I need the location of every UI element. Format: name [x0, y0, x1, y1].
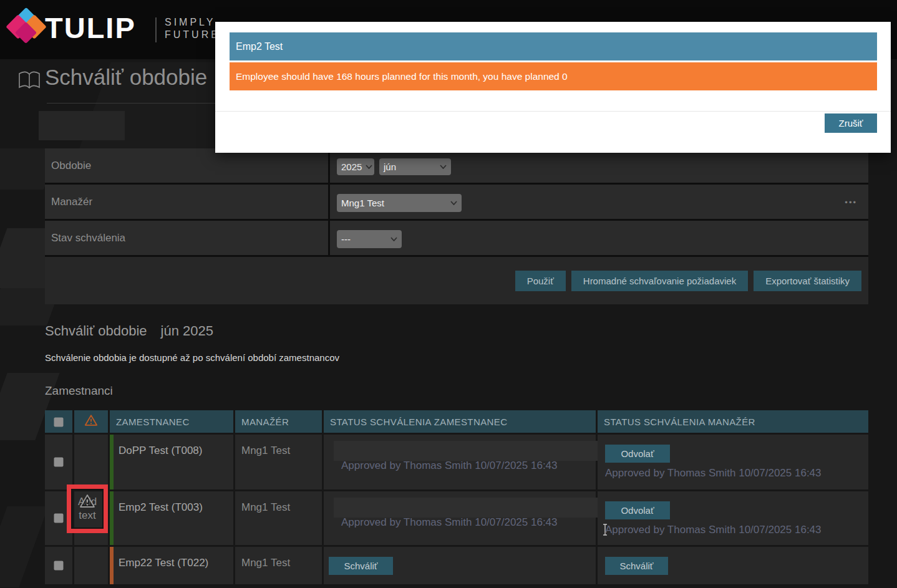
manager-name: Mng1 Test — [241, 445, 290, 457]
header-status-manager-label: STATUS SCHVÁLENIA MANAŽÉR — [604, 417, 755, 427]
row-employee-status-cell: Schváliť — [324, 547, 596, 584]
employees-table: ZAMESTNANEC MANAŽÉR STATUS SCHVÁLENIA ZA… — [45, 410, 868, 584]
status-stripe — [110, 547, 114, 584]
manager-label: Manažér — [51, 196, 92, 208]
approve-button[interactable]: Schváliť — [329, 557, 393, 575]
manager-name: Mng1 Test — [241, 501, 290, 514]
empty-tab[interactable] — [39, 111, 125, 140]
chevron-down-icon — [390, 237, 397, 241]
status-stripe — [110, 435, 114, 489]
tulip-logo-icon — [9, 10, 44, 49]
section-title: Schváliť obdobiejún 2025 — [45, 323, 213, 339]
header-status-employee-label: STATUS SCHVÁLENIA ZAMESTNANEC — [330, 417, 507, 427]
select-all-checkbox[interactable] — [54, 418, 64, 427]
row-checkbox-cell — [45, 547, 72, 584]
row-manager-status-cell: Odvolať Approved by Thomas Smith 10/07/2… — [598, 491, 868, 545]
chevron-down-icon — [440, 165, 447, 169]
filter-row-period: Obdobie 2025 jún — [45, 148, 868, 185]
period-label: Obdobie — [51, 160, 91, 172]
row-warning-cell — [74, 435, 108, 489]
manager-name: Mng1 Test — [241, 557, 290, 569]
status-highlight — [334, 441, 622, 461]
row-manager-status-cell: Odvolať Approved by Thomas Smith 10/07/2… — [598, 435, 868, 489]
revoke-button[interactable]: Odvolať — [605, 445, 670, 463]
more-options-icon[interactable]: ••• — [845, 197, 857, 206]
row-checkbox[interactable] — [54, 561, 64, 571]
chevron-down-icon — [366, 165, 372, 169]
month-select[interactable]: jún — [379, 158, 451, 175]
employee-status-text: Approved by Thomas Smith 10/07/2025 16:4… — [341, 516, 558, 529]
year-select[interactable]: 2025 — [337, 158, 374, 175]
manager-select[interactable]: Mng1 Test — [337, 194, 462, 212]
row-employee-status-cell: Approved by Thomas Smith 10/07/2025 16:4… — [324, 435, 596, 489]
employee-name: DoPP Test (T008) — [119, 445, 203, 457]
brand-tagline: SIMPLY FUTURE — [165, 16, 220, 41]
row-manager-cell: Mng1 Test — [235, 547, 322, 584]
header-checkbox-cell — [45, 410, 72, 433]
filter-row-manager: Manažér Mng1 Test ••• — [45, 185, 868, 221]
revoke-button[interactable]: Odvolať — [605, 501, 670, 519]
row-employee-status-cell: Approved by Thomas Smith 10/07/2025 16:4… — [324, 491, 596, 545]
approve-button[interactable]: Schváliť — [605, 557, 668, 575]
header-warning-cell — [74, 410, 108, 433]
employee-status-text: Approved by Thomas Smith 10/07/2025 16:4… — [341, 460, 558, 472]
brand-separator — [155, 17, 157, 42]
page-title: Schváliť obdobie — [45, 65, 207, 90]
row-checkbox[interactable] — [54, 514, 64, 523]
export-statistics-button[interactable]: Exportovať štatistiky — [754, 271, 861, 291]
header-status-employee[interactable]: STATUS SCHVÁLENIA ZAMESTNANEC — [324, 410, 596, 433]
chevron-down-icon — [450, 201, 457, 205]
header-employee[interactable]: ZAMESTNANEC — [110, 410, 233, 433]
row-employee-cell: Emp2 Test (T003) — [110, 491, 233, 545]
bulk-approve-button[interactable]: Hromadné schvaľovanie požiadaviek — [571, 271, 748, 291]
header-manager-label: MANAŽÉR — [241, 417, 289, 427]
status-highlight — [334, 498, 622, 518]
row-manager-status-cell: Schváliť — [598, 547, 868, 584]
status-stripe — [110, 491, 114, 545]
modal-divider — [215, 111, 891, 112]
row-checkbox-cell — [45, 435, 72, 489]
modal-title: Emp2 Test — [236, 41, 283, 52]
form-divider — [328, 185, 330, 219]
employee-name: Emp2 Test (T003) — [119, 501, 203, 514]
brand-name: TULIP — [45, 11, 136, 45]
section-period: jún 2025 — [161, 323, 213, 339]
row-warning-cell — [74, 547, 108, 584]
table-row: Emp22 Test (T022) Mng1 Test Schváliť Sch… — [45, 547, 868, 584]
manager-status-text: Approved by Thomas Smith 10/07/2025 16:4… — [605, 524, 822, 536]
annotation-highlight-box: Add text — [67, 484, 108, 533]
table-row: Emp2 Test (T003) Mng1 Test Approved by T… — [45, 491, 868, 545]
modal-warning-message: Employee should have 168 hours planned f… — [236, 71, 568, 82]
background-shape — [0, 506, 49, 587]
form-divider — [328, 221, 330, 255]
row-manager-cell: Mng1 Test — [235, 491, 322, 545]
apply-button[interactable]: Použiť — [515, 271, 566, 291]
form-divider — [328, 148, 330, 183]
row-manager-cell: Mng1 Test — [235, 435, 322, 489]
status-select[interactable]: --- — [337, 230, 402, 248]
modal-warning-bar: Employee should have 168 hours planned f… — [230, 62, 877, 90]
employee-name: Emp22 Test (T022) — [119, 557, 208, 569]
table-row: DoPP Test (T008) Mng1 Test Approved by T… — [45, 435, 868, 489]
section-title-text: Schváliť obdobie — [45, 323, 147, 339]
filter-form: Obdobie 2025 jún Manažér Mng1 Test — [45, 148, 868, 304]
year-select-value: 2025 — [341, 161, 362, 172]
status-select-value: --- — [341, 234, 351, 244]
row-employee-cell: Emp22 Test (T022) — [110, 547, 233, 584]
manager-select-value: Mng1 Test — [341, 198, 384, 208]
annotation-inner: Add text — [71, 489, 104, 529]
header-status-manager[interactable]: STATUS SCHVÁLENIA MANAŽÉR — [598, 410, 868, 433]
warning-icon[interactable] — [79, 494, 95, 511]
status-label: Stav schválenia — [51, 232, 125, 244]
section-note: Schválenie obdobia je dostupné až po sch… — [45, 352, 339, 363]
modal-title-bar: Emp2 Test — [230, 32, 877, 60]
row-checkbox[interactable] — [54, 458, 64, 467]
cancel-button[interactable]: Zrušiť — [825, 113, 877, 133]
header-manager[interactable]: MANAŽÉR — [235, 410, 322, 433]
book-icon — [17, 70, 41, 93]
filter-actions: Použiť Hromadné schvaľovanie požiadaviek… — [45, 257, 868, 304]
table-header-row: ZAMESTNANEC MANAŽÉR STATUS SCHVÁLENIA ZA… — [45, 410, 868, 433]
app-background: TULIP SIMPLY FUTURE Schváliť obdobie Obd… — [0, 0, 897, 588]
warning-icon — [84, 414, 98, 429]
brand-tagline-line2: FUTURE — [165, 29, 220, 41]
